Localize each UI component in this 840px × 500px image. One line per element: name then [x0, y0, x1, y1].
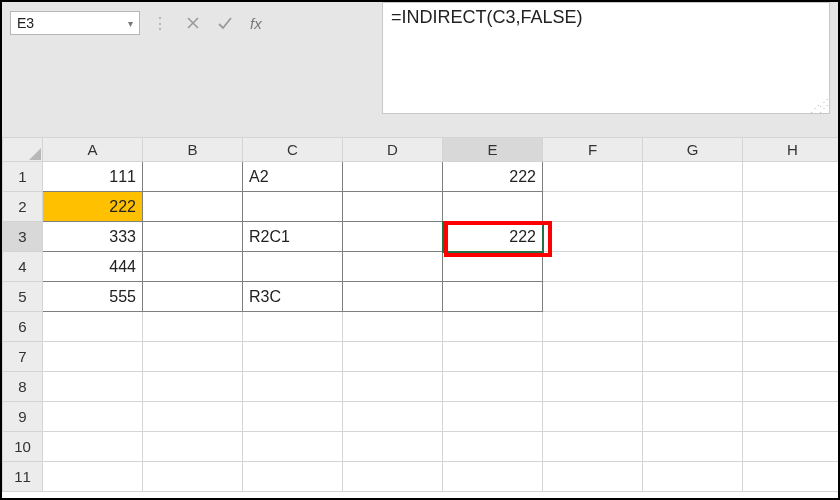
- column-header-F[interactable]: F: [543, 138, 643, 162]
- cell-B7[interactable]: [143, 342, 243, 372]
- cell-H3[interactable]: [743, 222, 841, 252]
- cell-F6[interactable]: [543, 312, 643, 342]
- cell-H8[interactable]: [743, 372, 841, 402]
- cell-E11[interactable]: [443, 462, 543, 492]
- cell-B8[interactable]: [143, 372, 243, 402]
- cell-F9[interactable]: [543, 402, 643, 432]
- cell-E6[interactable]: [443, 312, 543, 342]
- cell-F2[interactable]: [543, 192, 643, 222]
- cell-G9[interactable]: [643, 402, 743, 432]
- cell-E1[interactable]: 222: [443, 162, 543, 192]
- cell-B9[interactable]: [143, 402, 243, 432]
- cell-G3[interactable]: [643, 222, 743, 252]
- cell-D9[interactable]: [343, 402, 443, 432]
- row-header-8[interactable]: 8: [3, 372, 43, 402]
- formula-bar[interactable]: =INDIRECT(C3,FALSE) ⋰⋰⋰: [382, 2, 830, 114]
- cell-C1[interactable]: A2: [243, 162, 343, 192]
- cell-A2[interactable]: 222: [43, 192, 143, 222]
- cell-H2[interactable]: [743, 192, 841, 222]
- cell-B5[interactable]: [143, 282, 243, 312]
- column-header-B[interactable]: B: [143, 138, 243, 162]
- cell-G7[interactable]: [643, 342, 743, 372]
- select-all-corner[interactable]: [3, 138, 43, 162]
- cell-A8[interactable]: [43, 372, 143, 402]
- cell-B3[interactable]: [143, 222, 243, 252]
- cell-D7[interactable]: [343, 342, 443, 372]
- enter-formula-button[interactable]: [212, 12, 238, 34]
- cell-H6[interactable]: [743, 312, 841, 342]
- cell-H5[interactable]: [743, 282, 841, 312]
- cell-A6[interactable]: [43, 312, 143, 342]
- column-header-A[interactable]: A: [43, 138, 143, 162]
- cell-E5[interactable]: [443, 282, 543, 312]
- cell-F11[interactable]: [543, 462, 643, 492]
- row-header-2[interactable]: 2: [3, 192, 43, 222]
- row-header-5[interactable]: 5: [3, 282, 43, 312]
- cell-E2[interactable]: [443, 192, 543, 222]
- cell-F1[interactable]: [543, 162, 643, 192]
- cell-A1[interactable]: 111: [43, 162, 143, 192]
- row-header-11[interactable]: 11: [3, 462, 43, 492]
- cell-H7[interactable]: [743, 342, 841, 372]
- cell-A9[interactable]: [43, 402, 143, 432]
- name-box[interactable]: E3 ▾: [10, 11, 140, 35]
- cell-C11[interactable]: [243, 462, 343, 492]
- cell-D8[interactable]: [343, 372, 443, 402]
- cell-F4[interactable]: [543, 252, 643, 282]
- row-header-4[interactable]: 4: [3, 252, 43, 282]
- cell-G5[interactable]: [643, 282, 743, 312]
- cell-C10[interactable]: [243, 432, 343, 462]
- cell-A3[interactable]: 333: [43, 222, 143, 252]
- cell-G1[interactable]: [643, 162, 743, 192]
- cell-E10[interactable]: [443, 432, 543, 462]
- cell-H10[interactable]: [743, 432, 841, 462]
- cell-D4[interactable]: [343, 252, 443, 282]
- cell-C9[interactable]: [243, 402, 343, 432]
- cell-D2[interactable]: [343, 192, 443, 222]
- cell-E8[interactable]: [443, 372, 543, 402]
- row-header-9[interactable]: 9: [3, 402, 43, 432]
- cell-E7[interactable]: [443, 342, 543, 372]
- spreadsheet-grid[interactable]: ABCDEFGH 1111A222222223333R2C12224444555…: [2, 137, 838, 498]
- cell-C2[interactable]: [243, 192, 343, 222]
- column-header-C[interactable]: C: [243, 138, 343, 162]
- cell-H11[interactable]: [743, 462, 841, 492]
- cancel-formula-button[interactable]: [180, 12, 206, 34]
- cell-F3[interactable]: [543, 222, 643, 252]
- cell-C4[interactable]: [243, 252, 343, 282]
- cell-G8[interactable]: [643, 372, 743, 402]
- cell-A4[interactable]: 444: [43, 252, 143, 282]
- column-header-E[interactable]: E: [443, 138, 543, 162]
- cell-C8[interactable]: [243, 372, 343, 402]
- row-header-1[interactable]: 1: [3, 162, 43, 192]
- cell-B4[interactable]: [143, 252, 243, 282]
- cell-F7[interactable]: [543, 342, 643, 372]
- row-header-10[interactable]: 10: [3, 432, 43, 462]
- cell-H1[interactable]: [743, 162, 841, 192]
- cell-F5[interactable]: [543, 282, 643, 312]
- cell-H9[interactable]: [743, 402, 841, 432]
- cell-G6[interactable]: [643, 312, 743, 342]
- row-header-3[interactable]: 3: [3, 222, 43, 252]
- cell-E3[interactable]: 222: [443, 222, 543, 252]
- cell-B10[interactable]: [143, 432, 243, 462]
- formula-bar-resize-handle[interactable]: ⋰⋰⋰: [810, 100, 828, 112]
- column-header-H[interactable]: H: [743, 138, 841, 162]
- cell-B2[interactable]: [143, 192, 243, 222]
- row-header-6[interactable]: 6: [3, 312, 43, 342]
- column-header-D[interactable]: D: [343, 138, 443, 162]
- cell-E9[interactable]: [443, 402, 543, 432]
- cell-D11[interactable]: [343, 462, 443, 492]
- cell-D6[interactable]: [343, 312, 443, 342]
- cell-G4[interactable]: [643, 252, 743, 282]
- cell-C6[interactable]: [243, 312, 343, 342]
- cell-A7[interactable]: [43, 342, 143, 372]
- cell-A11[interactable]: [43, 462, 143, 492]
- cell-B6[interactable]: [143, 312, 243, 342]
- cell-F8[interactable]: [543, 372, 643, 402]
- cell-B11[interactable]: [143, 462, 243, 492]
- row-header-7[interactable]: 7: [3, 342, 43, 372]
- insert-function-button[interactable]: fx: [246, 15, 266, 32]
- cell-E4[interactable]: [443, 252, 543, 282]
- cell-B1[interactable]: [143, 162, 243, 192]
